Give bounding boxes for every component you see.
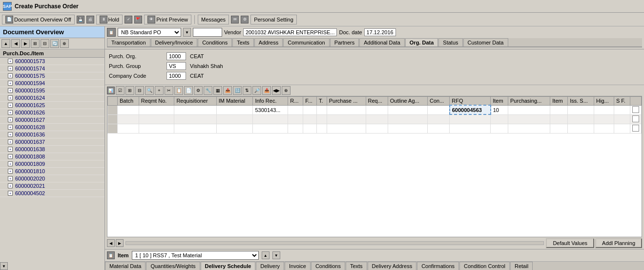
grid-btn-1[interactable]: ☑ bbox=[116, 86, 125, 95]
personal-setting-btn[interactable]: Personal Setting bbox=[250, 15, 297, 24]
grid-btn-7[interactable]: 📋 bbox=[174, 86, 183, 95]
bottom-tab-retail[interactable]: Retail bbox=[510, 262, 533, 270]
sidebar-item[interactable]: +6000001625 bbox=[0, 102, 104, 109]
sidebar-item[interactable]: +6000001573 bbox=[0, 58, 104, 65]
grid-btn-15[interactable]: 🔎 bbox=[252, 86, 261, 95]
header-tab-communication[interactable]: Communication bbox=[283, 38, 329, 46]
messages-icon[interactable]: ✉ bbox=[231, 16, 239, 23]
item-nav-up[interactable]: ▲ bbox=[262, 251, 270, 259]
table-row[interactable]: 5300143... 600000456310 bbox=[108, 105, 642, 114]
header-tab-additional-data[interactable]: Additional Data bbox=[359, 38, 405, 46]
sidebar-item[interactable]: +6000002020 bbox=[0, 175, 104, 182]
table-row[interactable] bbox=[108, 114, 642, 124]
save-icon[interactable]: 💾 bbox=[77, 16, 84, 23]
hold-btn[interactable]: ⏸ Hold bbox=[96, 15, 123, 24]
grid-btn-17[interactable]: ⊕ bbox=[282, 86, 291, 95]
header-tab-texts[interactable]: Texts bbox=[232, 38, 254, 46]
table-row[interactable] bbox=[108, 124, 642, 133]
row-checkbox[interactable] bbox=[632, 106, 639, 113]
grid-btn-13[interactable]: 🔢 bbox=[233, 86, 242, 95]
scroll-right[interactable]: ▶ bbox=[116, 239, 124, 247]
bottom-tab-material-data[interactable]: Material Data bbox=[105, 262, 145, 270]
scroll-left[interactable]: ◀ bbox=[107, 239, 115, 247]
item-nav-select[interactable]: 1 [ 10 ] RSS7 , Test Material bbox=[132, 251, 259, 260]
grid-nav[interactable]: ◀▶ bbox=[272, 86, 281, 95]
addl-planning-btn[interactable]: Addl Planning bbox=[595, 238, 642, 248]
sidebar-btn-5[interactable]: 🔄 bbox=[50, 39, 59, 48]
bottom-tab-confirmations[interactable]: Confirmations bbox=[417, 262, 459, 270]
grid-btn-11[interactable]: ▦ bbox=[213, 86, 222, 95]
default-values-btn[interactable]: Default Values bbox=[546, 238, 594, 248]
messages-btn[interactable]: Messages bbox=[198, 15, 229, 24]
sidebar-item[interactable]: +6000004502 bbox=[0, 190, 104, 197]
header-tab-conditions[interactable]: Conditions bbox=[198, 38, 232, 46]
sidebar-item[interactable]: +6000001808 bbox=[0, 153, 104, 160]
sidebar-btn-4[interactable]: ⊟ bbox=[41, 39, 49, 48]
row-checkbox-cell[interactable] bbox=[630, 124, 642, 133]
grid-btn-12[interactable]: 📤 bbox=[223, 86, 232, 95]
sidebar-item[interactable]: +6000001628 bbox=[0, 124, 104, 131]
grid-btn-6[interactable]: ✂ bbox=[165, 86, 173, 95]
sidebar-item[interactable]: +6000001636 bbox=[0, 131, 104, 138]
doc-overview-btn[interactable]: 📄 Document Overview Off bbox=[2, 15, 75, 24]
bottom-tab-quantities-weights[interactable]: Quantities/Weights bbox=[146, 262, 200, 270]
sidebar-scroll-up[interactable]: ▲ bbox=[1, 39, 10, 48]
header-tab-transportation[interactable]: Transportation bbox=[107, 38, 150, 46]
settings-icon[interactable]: ⚙ bbox=[241, 16, 249, 23]
bottom-tab-invoice[interactable]: Invoice bbox=[285, 262, 311, 270]
item-nav-down[interactable]: ▼ bbox=[272, 251, 280, 259]
print-icon[interactable]: 🖨 bbox=[86, 16, 94, 23]
sidebar-item[interactable]: +6000001638 bbox=[0, 146, 104, 153]
bottom-tab-delivery-schedule[interactable]: Delivery Schedule bbox=[201, 262, 256, 270]
sidebar-btn-2[interactable]: ▶ bbox=[21, 39, 30, 48]
sidebar-item[interactable]: +6000002021 bbox=[0, 182, 104, 190]
header-tab-address[interactable]: Address bbox=[254, 38, 283, 46]
sidebar-btn-3[interactable]: ⊞ bbox=[31, 39, 40, 48]
row-checkbox[interactable] bbox=[632, 115, 639, 122]
cell-item[interactable]: 10 bbox=[491, 105, 508, 114]
print-preview-btn[interactable]: 👁 Print Preview bbox=[144, 15, 191, 24]
grid-btn-3[interactable]: ⊟ bbox=[135, 86, 144, 95]
bottom-tab-conditions[interactable]: Conditions bbox=[311, 262, 345, 270]
sidebar-item[interactable]: +6000001626 bbox=[0, 109, 104, 116]
sidebar-btn-1[interactable]: ◀ bbox=[11, 39, 20, 48]
grid-btn-16[interactable]: 📥 bbox=[262, 86, 271, 95]
grid-btn-14[interactable]: ⇅ bbox=[243, 86, 251, 95]
po-number-input[interactable] bbox=[193, 28, 222, 37]
sidebar-item[interactable]: +6000001574 bbox=[0, 65, 104, 72]
bottom-tab-texts[interactable]: Texts bbox=[346, 262, 367, 270]
sidebar-item[interactable]: +6000001637 bbox=[0, 138, 104, 146]
grid-btn-5[interactable]: + bbox=[155, 86, 164, 95]
po-type-select[interactable]: NB Standard PO bbox=[118, 28, 181, 37]
bottom-tab-condition-control[interactable]: Condition Control bbox=[459, 262, 510, 270]
sidebar-scroll-down[interactable]: ▼ bbox=[0, 262, 8, 270]
grid-btn-9[interactable]: ⚙ bbox=[194, 86, 203, 95]
header-tab-partners[interactable]: Partners bbox=[330, 38, 359, 46]
grid-btn-4[interactable]: 🔍 bbox=[145, 86, 154, 95]
row-checkbox[interactable] bbox=[632, 125, 639, 132]
sidebar-item[interactable]: +6000001809 bbox=[0, 160, 104, 168]
check-icon[interactable]: ✓ bbox=[125, 16, 132, 23]
po-type-dropdown-btn[interactable]: ▼ bbox=[183, 28, 191, 37]
header-tab-delivery-invoice[interactable]: Delivery/Invoice bbox=[151, 38, 198, 46]
row-checkbox-cell[interactable] bbox=[630, 114, 642, 124]
sidebar-btn-6[interactable]: ⊕ bbox=[60, 39, 69, 48]
grid-btn-2[interactable]: ⊞ bbox=[125, 86, 134, 95]
cell-rfq[interactable]: 6000004563 bbox=[450, 105, 491, 114]
sidebar-item[interactable]: +6000001575 bbox=[0, 72, 104, 80]
bottom-tab-delivery-address[interactable]: Delivery Address bbox=[368, 262, 417, 270]
h-scrollbar[interactable] bbox=[125, 241, 544, 245]
sidebar-item[interactable]: +6000001594 bbox=[0, 80, 104, 87]
row-checkbox-cell[interactable] bbox=[630, 105, 642, 114]
bottom-tab-delivery[interactable]: Delivery bbox=[256, 262, 284, 270]
grid-btn-8[interactable]: 📄 bbox=[184, 86, 193, 95]
sidebar-item[interactable]: +6000001627 bbox=[0, 116, 104, 124]
header-tab-org--data[interactable]: Org. Data bbox=[405, 38, 438, 47]
header-tab-customer-data[interactable]: Customer Data bbox=[463, 38, 508, 46]
sidebar-item[interactable]: +6000001810 bbox=[0, 168, 104, 175]
flag-icon[interactable]: 🚩 bbox=[134, 16, 142, 23]
sidebar-item[interactable]: +6000001624 bbox=[0, 94, 104, 102]
sidebar-item[interactable]: +6000001595 bbox=[0, 87, 104, 94]
header-tab-status[interactable]: Status bbox=[438, 38, 462, 46]
grid-btn-10[interactable]: 🔧 bbox=[204, 86, 212, 95]
